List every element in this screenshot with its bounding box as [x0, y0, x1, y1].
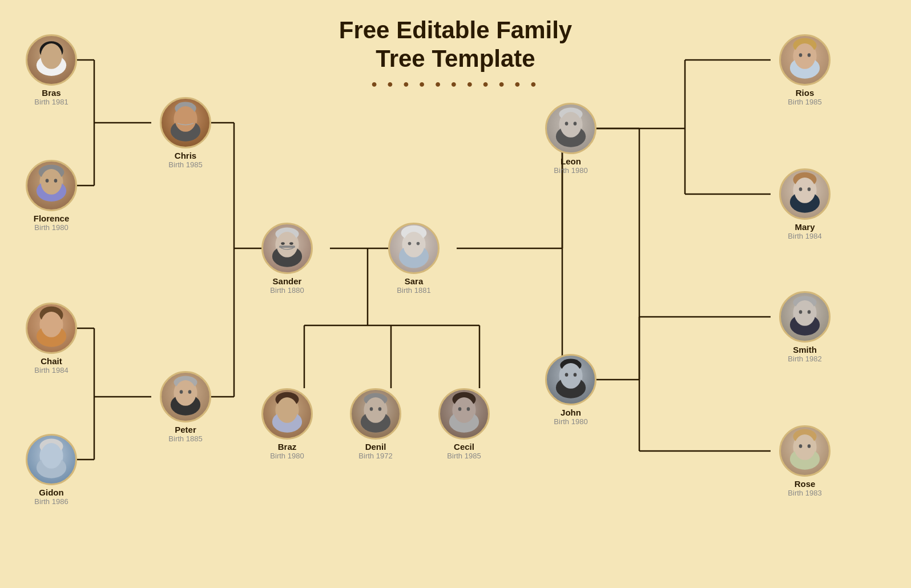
name-chait: Chait	[41, 356, 62, 366]
name-chris: Chris	[175, 151, 196, 160]
name-bras: Bras	[42, 88, 61, 98]
birth-sander: Birth 1880	[270, 286, 304, 295]
avatar-bras	[26, 34, 77, 86]
name-sara: Sara	[405, 276, 424, 286]
svg-rect-67	[279, 245, 295, 248]
avatar-braz	[261, 388, 313, 440]
svg-point-95	[560, 112, 581, 138]
svg-point-126	[799, 444, 803, 448]
name-denil: Denil	[365, 442, 386, 452]
birth-denil: Birth 1972	[358, 452, 392, 460]
person-smith: Smith Birth 1982	[771, 291, 839, 363]
name-rose: Rose	[795, 479, 816, 489]
birth-chris: Birth 1985	[168, 160, 202, 169]
person-sara: Sara Birth 1881	[380, 223, 448, 295]
avatar-denil	[350, 388, 401, 440]
birth-bras: Birth 1981	[34, 98, 68, 106]
name-gidon: Gidon	[39, 488, 63, 497]
svg-point-103	[574, 373, 577, 377]
svg-point-120	[799, 310, 803, 314]
birth-gidon: Birth 1986	[34, 497, 68, 506]
svg-point-102	[565, 373, 569, 377]
svg-point-43	[46, 179, 49, 183]
person-florence: Florence Birth 1980	[17, 160, 86, 232]
svg-point-121	[808, 310, 811, 314]
birth-chait: Birth 1984	[34, 366, 68, 374]
svg-point-113	[794, 178, 815, 203]
svg-point-107	[794, 43, 815, 69]
svg-point-73	[403, 232, 424, 257]
svg-point-90	[458, 407, 462, 411]
birth-smith: Birth 1982	[788, 355, 821, 363]
svg-point-89	[453, 397, 474, 423]
svg-point-97	[574, 122, 577, 126]
svg-point-68	[281, 242, 285, 245]
avatar-leon	[545, 103, 596, 154]
person-rose: Rose Birth 1983	[771, 425, 839, 497]
svg-point-83	[365, 397, 386, 423]
svg-point-79	[276, 397, 297, 423]
person-leon: Leon Birth 1980	[537, 103, 605, 175]
svg-point-56	[175, 106, 196, 132]
svg-point-96	[565, 122, 569, 126]
avatar-peter	[160, 371, 211, 422]
avatar-smith	[779, 291, 831, 343]
name-braz: Braz	[278, 442, 297, 452]
person-denil: Denil Birth 1972	[341, 388, 410, 460]
birth-john: Birth 1980	[554, 417, 587, 426]
name-florence: Florence	[34, 214, 70, 223]
svg-point-119	[794, 300, 815, 326]
svg-point-114	[799, 187, 803, 191]
avatar-rios	[779, 34, 831, 86]
svg-point-84	[370, 407, 373, 411]
avatar-florence	[26, 160, 77, 211]
birth-peter: Birth 1885	[168, 434, 202, 443]
name-smith: Smith	[793, 345, 817, 355]
birth-cecil: Birth 1985	[447, 452, 481, 460]
name-leon: Leon	[561, 156, 581, 166]
person-chris: Chris Birth 1985	[151, 97, 220, 169]
birth-florence: Birth 1980	[34, 223, 68, 232]
svg-point-74	[408, 242, 412, 245]
avatar-john	[545, 354, 596, 405]
birth-braz: Birth 1980	[270, 452, 304, 460]
avatar-rose	[779, 425, 831, 477]
person-chait: Chait Birth 1984	[17, 303, 86, 374]
svg-point-75	[417, 242, 420, 245]
page: Free Editable Family Tree Template ● ● ●…	[0, 0, 911, 588]
birth-rose: Birth 1983	[788, 489, 821, 497]
person-braz: Braz Birth 1980	[253, 388, 321, 460]
birth-mary: Birth 1984	[788, 232, 821, 240]
svg-point-115	[808, 187, 811, 191]
name-rios: Rios	[796, 88, 815, 98]
avatar-gidon	[26, 434, 77, 485]
svg-point-44	[54, 179, 58, 183]
svg-point-127	[808, 444, 811, 448]
svg-point-38	[41, 43, 62, 69]
svg-point-91	[467, 407, 470, 411]
avatar-sara	[388, 223, 440, 274]
person-bras: Bras Birth 1981	[17, 34, 86, 106]
svg-point-125	[794, 434, 815, 460]
birth-sara: Birth 1881	[397, 286, 430, 295]
birth-rios: Birth 1985	[788, 98, 821, 106]
avatar-sander	[261, 223, 313, 274]
person-gidon: Gidon Birth 1986	[17, 434, 86, 506]
name-sander: Sander	[273, 276, 302, 286]
person-rios: Rios Birth 1985	[771, 34, 839, 106]
svg-point-85	[378, 407, 382, 411]
name-cecil: Cecil	[454, 442, 474, 452]
person-john: John Birth 1980	[537, 354, 605, 426]
svg-point-62	[188, 390, 192, 394]
svg-point-101	[560, 363, 581, 389]
avatar-mary	[779, 168, 831, 220]
svg-point-60	[175, 380, 196, 406]
name-john: John	[561, 408, 581, 417]
svg-point-61	[180, 390, 183, 394]
svg-point-109	[808, 53, 811, 57]
svg-point-48	[41, 312, 62, 337]
svg-point-66	[276, 232, 297, 257]
avatar-chris	[160, 97, 211, 148]
name-mary: Mary	[795, 222, 815, 232]
person-cecil: Cecil Birth 1985	[430, 388, 498, 460]
